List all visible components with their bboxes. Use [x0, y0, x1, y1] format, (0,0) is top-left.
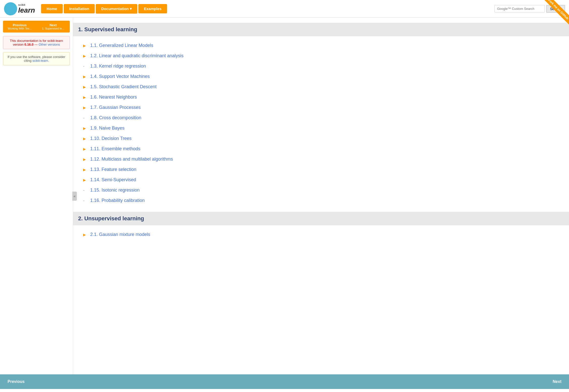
- toc-item-label: 1.13. Feature selection: [90, 167, 136, 172]
- toc-item[interactable]: -1.3. Kernel ridge regression: [83, 61, 559, 71]
- toc-arrow-icon: ▶: [83, 106, 88, 110]
- nav-documentation-label: Documentation: [101, 7, 129, 11]
- toc-arrow-icon: ▶: [83, 54, 88, 58]
- toc-item-label: 1.5. Stochastic Gradient Descent: [90, 84, 156, 89]
- toc-arrow-icon: ▶: [83, 168, 88, 172]
- toc-arrow-icon: ▶: [83, 95, 88, 99]
- other-versions-link[interactable]: Other versions: [39, 43, 60, 46]
- toc-arrow-icon: ▶: [83, 126, 88, 130]
- chevron-down-icon: ▾: [130, 7, 132, 11]
- version-separator: —: [35, 43, 39, 46]
- logo-circle-icon: [4, 2, 17, 15]
- main-content: 1. Supervised learning ▶1.1. Generalized…: [73, 18, 569, 374]
- toc-item[interactable]: ▶1.12. Multiclass and multilabel algorit…: [83, 154, 559, 164]
- search-input[interactable]: [494, 5, 545, 12]
- toc-arrow-icon: ▶: [83, 233, 88, 237]
- toc-item[interactable]: -1.15. Isotonic regression: [83, 185, 559, 195]
- toc-item-label: 1.11. Ensemble methods: [90, 146, 140, 152]
- toc-item-label: 1.4. Support Vector Machines: [90, 74, 150, 79]
- main-nav: Home Installation Documentation ▾ Exampl…: [41, 4, 167, 14]
- nav-documentation-button[interactable]: Documentation ▾: [96, 4, 137, 14]
- toc-item-label: 2.1. Gaussian mixture models: [90, 232, 150, 237]
- toc-item[interactable]: ▶1.2. Linear and quadratic discriminant …: [83, 51, 559, 61]
- cite-box: If you use the software, please consider…: [3, 52, 70, 65]
- toc-item[interactable]: ▶1.14. Semi-Supervised: [83, 175, 559, 185]
- toc-arrow-icon: ▶: [83, 178, 88, 182]
- toc-arrow-icon: ▶: [83, 137, 88, 141]
- logo: scikit learn: [4, 2, 35, 15]
- toc-arrow-icon: ▶: [83, 75, 88, 79]
- toc-item-label: 1.12. Multiclass and multilabel algorith…: [90, 157, 173, 162]
- toc-dash-icon: -: [83, 198, 88, 203]
- toc-item-label: 1.16. Probability calibration: [90, 198, 145, 203]
- toc-dash-icon: -: [83, 188, 88, 193]
- toc-item[interactable]: -1.16. Probability calibration: [83, 195, 559, 206]
- layout: Previous Working With Tex... Next 1. Sup…: [0, 18, 569, 374]
- sidebar: Previous Working With Tex... Next 1. Sup…: [0, 18, 73, 374]
- toc-item-label: 1.6. Nearest Neighbors: [90, 95, 137, 100]
- header: scikit learn Home Installation Documenta…: [0, 0, 569, 18]
- toc-item[interactable]: ▶1.6. Nearest Neighbors: [83, 92, 559, 102]
- cite-link[interactable]: scikit-learn.: [33, 59, 49, 63]
- toc-item[interactable]: ▶1.5. Stochastic Gradient Descent: [83, 82, 559, 92]
- logo-learn-text: learn: [18, 6, 35, 14]
- toc-dash-icon: -: [83, 64, 88, 69]
- toc-item[interactable]: ▶1.9. Naive Bayes: [83, 123, 559, 133]
- toc-arrow-icon: ▶: [83, 147, 88, 151]
- sidebar-next-label: Next: [50, 23, 57, 27]
- section-heading-1: 1. Supervised learning: [73, 23, 569, 36]
- sidebar-prev-label: Previous: [13, 23, 27, 27]
- toc-arrow-icon: ▶: [83, 157, 88, 161]
- toc-section-2: ▶2.1. Gaussian mixture models: [83, 229, 559, 240]
- sidebar-prev-sublabel: Working With Tex...: [7, 27, 33, 30]
- version-number: 0.16.0: [24, 43, 34, 46]
- bottom-prev-button[interactable]: Previous: [0, 374, 32, 389]
- nav-examples-button[interactable]: Examples: [138, 4, 167, 13]
- toc-item[interactable]: ▶1.4. Support Vector Machines: [83, 71, 559, 82]
- toc-item-label: 1.3. Kernel ridge regression: [90, 64, 146, 69]
- toc-item[interactable]: ▶1.13. Feature selection: [83, 164, 559, 175]
- sidebar-next-sublabel: 1. Supervised le...: [40, 27, 67, 30]
- toc-item[interactable]: -1.8. Cross decomposition: [83, 113, 559, 123]
- nav-installation-button[interactable]: Installation: [64, 4, 95, 13]
- toc-item[interactable]: ▶1.10. Decision Trees: [83, 133, 559, 144]
- logo-scikit-text: scikit: [18, 3, 35, 6]
- sidebar-prev-button[interactable]: Previous Working With Tex...: [3, 21, 37, 33]
- toc-dash-icon: -: [83, 116, 88, 120]
- sidebar-next-button[interactable]: Next 1. Supervised le...: [37, 21, 70, 33]
- nav-home-button[interactable]: Home: [41, 4, 63, 13]
- toc-item-label: 1.15. Isotonic regression: [90, 188, 140, 193]
- section-heading-2: 2. Unsupervised learning: [73, 212, 569, 225]
- sidebar-collapse-button[interactable]: «: [72, 192, 77, 201]
- toc-arrow-icon: ▶: [83, 85, 88, 89]
- bottom-nav: Previous Next: [0, 374, 569, 389]
- toc-item-label: 1.9. Naive Bayes: [90, 126, 124, 131]
- toc-item[interactable]: ▶1.7. Gaussian Processes: [83, 102, 559, 113]
- version-box: This documentation is for scikit-learn v…: [3, 36, 70, 49]
- toc-item-label: 1.2. Linear and quadratic discriminant a…: [90, 53, 183, 58]
- fork-ribbon-text: Fork me on GitHub: [542, 0, 569, 26]
- toc-item[interactable]: ▶2.1. Gaussian mixture models: [83, 229, 559, 240]
- toc-item-label: 1.1. Generalized Linear Models: [90, 43, 153, 48]
- toc-item[interactable]: ▶1.1. Generalized Linear Models: [83, 40, 559, 51]
- toc-item-label: 1.14. Semi-Supervised: [90, 177, 136, 183]
- toc-item-label: 1.10. Decision Trees: [90, 136, 132, 141]
- toc-item-label: 1.8. Cross decomposition: [90, 115, 141, 120]
- toc-item[interactable]: ▶1.11. Ensemble methods: [83, 144, 559, 154]
- bottom-next-button[interactable]: Next: [545, 374, 569, 389]
- toc-item-label: 1.7. Gaussian Processes: [90, 105, 141, 110]
- fork-ribbon: Fork me on GitHub: [539, 0, 569, 30]
- sidebar-nav-buttons: Previous Working With Tex... Next 1. Sup…: [3, 21, 70, 33]
- toc-section-1: ▶1.1. Generalized Linear Models▶1.2. Lin…: [83, 40, 559, 206]
- toc-arrow-icon: ▶: [83, 44, 88, 48]
